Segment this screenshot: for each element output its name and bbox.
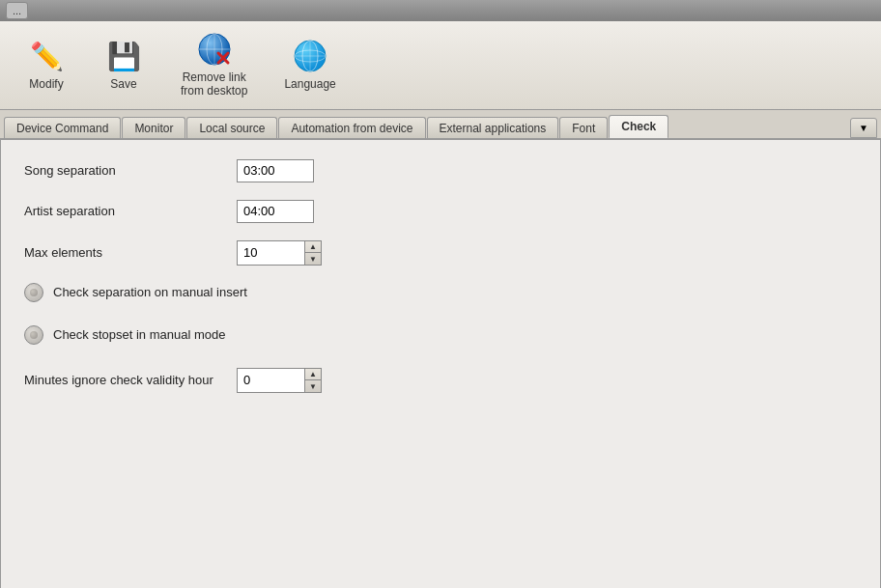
tab-external-apps[interactable]: External applications xyxy=(427,117,559,139)
song-separation-label: Song separation xyxy=(24,163,237,178)
tab-local-source[interactable]: Local source xyxy=(186,117,277,139)
check-stopset-toggle[interactable] xyxy=(24,325,43,345)
minutes-ignore-spinner-buttons: ▲ ▼ xyxy=(304,368,322,393)
tab-check[interactable]: Check xyxy=(609,115,668,139)
check-separation-row: Check separation on manual insert xyxy=(24,283,857,302)
max-elements-label: Max elements xyxy=(24,245,237,260)
check-separation-label: Check separation on manual insert xyxy=(53,285,247,299)
minutes-ignore-spinner: ▲ ▼ xyxy=(237,368,322,393)
minutes-ignore-input[interactable] xyxy=(237,368,304,393)
title-dots[interactable]: ... xyxy=(6,2,28,19)
tab-overflow-button[interactable]: ▼ xyxy=(850,118,877,138)
minutes-ignore-label: Minutes ignore check validity hour xyxy=(24,373,237,387)
save-button[interactable]: Save xyxy=(85,32,162,98)
minutes-ignore-increment[interactable]: ▲ xyxy=(305,369,321,381)
tab-font[interactable]: Font xyxy=(559,117,608,139)
check-separation-toggle[interactable] xyxy=(24,283,43,302)
language-icon xyxy=(293,39,327,73)
minutes-ignore-decrement[interactable]: ▼ xyxy=(305,380,321,392)
max-elements-row: Max elements ▲ ▼ xyxy=(24,240,857,266)
max-elements-decrement[interactable]: ▼ xyxy=(305,253,321,265)
check-stopset-row: Check stopset in manual mode xyxy=(24,325,857,345)
language-label: Language xyxy=(284,77,335,91)
title-bar: ... xyxy=(0,0,881,21)
save-icon xyxy=(106,39,141,73)
artist-separation-label: Artist separation xyxy=(24,204,237,218)
remove-link-label: Remove linkfrom desktop xyxy=(181,70,247,98)
modify-icon xyxy=(29,39,64,73)
content-area: Song separation Artist separation Max el… xyxy=(0,140,881,588)
check-stopset-label: Check stopset in manual mode xyxy=(53,327,225,342)
max-elements-input[interactable] xyxy=(237,240,304,266)
artist-separation-row: Artist separation xyxy=(24,200,857,223)
language-button[interactable]: Language xyxy=(266,32,354,98)
modify-label: Modify xyxy=(29,77,63,91)
tab-device-command[interactable]: Device Command xyxy=(4,117,121,139)
remove-link-button[interactable]: Remove linkfrom desktop xyxy=(162,25,266,105)
save-label: Save xyxy=(110,77,136,91)
minutes-ignore-row: Minutes ignore check validity hour ▲ ▼ xyxy=(24,368,857,393)
max-elements-increment[interactable]: ▲ xyxy=(305,241,321,254)
song-separation-input[interactable] xyxy=(237,159,314,182)
modify-button[interactable]: Modify xyxy=(8,32,85,98)
max-elements-spinner-buttons: ▲ ▼ xyxy=(304,240,322,266)
tab-monitor[interactable]: Monitor xyxy=(122,117,185,139)
remove-link-icon xyxy=(197,32,232,67)
tabs-bar: Device Command Monitor Local source Auto… xyxy=(0,110,881,140)
tab-automation[interactable]: Automation from device xyxy=(278,117,425,139)
artist-separation-input[interactable] xyxy=(237,200,314,223)
toolbar: Modify Save Remove lin xyxy=(0,21,881,110)
max-elements-spinner: ▲ ▼ xyxy=(237,240,322,266)
song-separation-row: Song separation xyxy=(24,159,857,182)
